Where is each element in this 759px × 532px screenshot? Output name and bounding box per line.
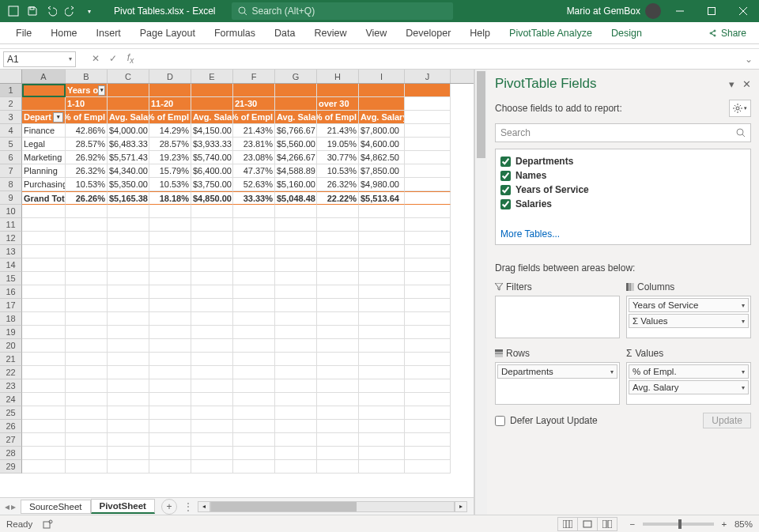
cell[interactable]: % of Empl	[233, 111, 275, 124]
row-header-17[interactable]: 17	[0, 299, 22, 312]
expand-formula-bar[interactable]: ⌄	[745, 54, 759, 65]
cell[interactable]	[66, 312, 108, 326]
cell[interactable]	[108, 218, 149, 232]
tab-file[interactable]: File	[6, 22, 41, 43]
cell[interactable]	[149, 420, 191, 433]
row-header-3[interactable]: 3	[0, 111, 22, 124]
cell[interactable]: 30.77%	[317, 151, 359, 164]
cell[interactable]	[191, 205, 233, 218]
cell[interactable]	[149, 245, 191, 258]
vertical-scrollbar[interactable]	[474, 70, 487, 515]
cell[interactable]	[22, 460, 66, 474]
cell[interactable]	[233, 272, 275, 285]
cell[interactable]: $6,483.33	[108, 138, 149, 151]
cell[interactable]	[108, 406, 149, 420]
share-button[interactable]: Share	[702, 28, 753, 39]
sheet-nav-first[interactable]: ◂	[5, 501, 9, 512]
sheet-tab-sourcesheet[interactable]: SourceSheet	[21, 500, 91, 514]
fx-button[interactable]: fx	[123, 52, 138, 65]
column-header-I[interactable]: I	[359, 70, 405, 83]
cell[interactable]	[149, 379, 191, 393]
cell[interactable]	[66, 420, 108, 433]
tab-developer[interactable]: Developer	[396, 22, 460, 43]
cell[interactable]	[191, 272, 233, 285]
row-header-11[interactable]: 11	[0, 218, 22, 232]
cell[interactable]	[359, 97, 405, 111]
cell[interactable]	[233, 460, 275, 474]
cell[interactable]: 23.81%	[233, 138, 275, 151]
cell[interactable]	[275, 460, 317, 474]
cell[interactable]	[359, 245, 405, 258]
cell[interactable]	[191, 97, 233, 111]
cell[interactable]	[22, 97, 66, 111]
cell[interactable]	[359, 285, 405, 299]
cell[interactable]	[233, 232, 275, 245]
cell[interactable]: Depart▾	[22, 111, 66, 124]
cell[interactable]: 19.23%	[149, 151, 191, 164]
cell[interactable]: 26.32%	[66, 164, 108, 178]
cell[interactable]	[405, 205, 451, 218]
cell[interactable]	[191, 447, 233, 460]
cell[interactable]	[275, 299, 317, 312]
cell[interactable]: 21.43%	[233, 124, 275, 138]
cell[interactable]	[405, 97, 451, 111]
cell[interactable]	[108, 460, 149, 474]
cell[interactable]	[149, 285, 191, 299]
cell[interactable]	[359, 366, 405, 379]
view-normal[interactable]	[557, 517, 578, 531]
row-header-9[interactable]: 9	[0, 191, 22, 205]
cell[interactable]	[317, 299, 359, 312]
row-header-19[interactable]: 19	[0, 326, 22, 339]
cell[interactable]	[233, 285, 275, 299]
tab-help[interactable]: Help	[460, 22, 500, 43]
cell[interactable]	[108, 312, 149, 326]
cell[interactable]	[405, 232, 451, 245]
cell[interactable]	[233, 312, 275, 326]
row-header-22[interactable]: 22	[0, 366, 22, 379]
values-item-avg[interactable]: Avg. Salary▾	[629, 380, 749, 394]
cell[interactable]: 19.05%	[317, 138, 359, 151]
row-header-20[interactable]: 20	[0, 339, 22, 353]
cell[interactable]	[359, 379, 405, 393]
cell[interactable]	[275, 379, 317, 393]
cell[interactable]	[405, 379, 451, 393]
view-page-layout[interactable]	[577, 517, 598, 531]
cell[interactable]: 22.22%	[317, 191, 359, 205]
column-header-F[interactable]: F	[233, 70, 275, 83]
field-checkbox[interactable]	[500, 157, 511, 167]
cell[interactable]	[359, 339, 405, 353]
cell[interactable]	[233, 420, 275, 433]
cell[interactable]	[233, 326, 275, 339]
cell[interactable]	[405, 111, 451, 124]
cell[interactable]	[22, 272, 66, 285]
cell[interactable]	[405, 433, 451, 447]
cell[interactable]	[66, 326, 108, 339]
cell[interactable]	[359, 447, 405, 460]
row-header-26[interactable]: 26	[0, 420, 22, 433]
cell[interactable]: 26.32%	[317, 178, 359, 191]
cell[interactable]	[66, 366, 108, 379]
cell[interactable]	[191, 84, 233, 97]
column-header-E[interactable]: E	[191, 70, 233, 83]
scroll-right[interactable]: ▸	[455, 501, 467, 512]
cell[interactable]	[108, 447, 149, 460]
cell[interactable]	[108, 379, 149, 393]
cell[interactable]	[233, 406, 275, 420]
cell[interactable]	[108, 205, 149, 218]
tab-formulas[interactable]: Formulas	[205, 22, 265, 43]
column-header-B[interactable]: B	[66, 70, 108, 83]
cell[interactable]	[22, 299, 66, 312]
cell[interactable]	[405, 406, 451, 420]
cell[interactable]	[22, 218, 66, 232]
enter-formula-button[interactable]: ✓	[106, 53, 120, 64]
cell[interactable]: 15.79%	[149, 164, 191, 178]
columns-item-years[interactable]: Years of Service▾	[629, 298, 749, 312]
cell[interactable]	[191, 393, 233, 406]
cell[interactable]: 26.92%	[66, 151, 108, 164]
rows-item-departments[interactable]: Departments▾	[497, 364, 617, 379]
cell[interactable]	[149, 218, 191, 232]
cell[interactable]	[149, 84, 191, 97]
cell[interactable]: 26.26%	[66, 191, 108, 205]
cell[interactable]	[317, 245, 359, 258]
cell[interactable]: $5,165.38	[108, 191, 149, 205]
